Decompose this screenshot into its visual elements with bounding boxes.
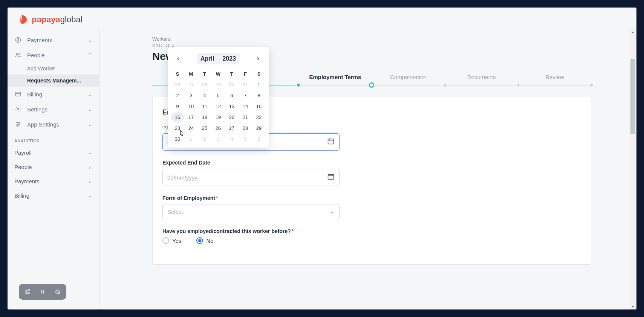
calendar-day[interactable]: 2 [171,90,184,101]
chevron-down-icon: ⌄ [87,91,92,98]
form-employment-select[interactable]: Select ⌄ [162,204,340,219]
step-compensation[interactable]: Compensation [372,74,445,85]
end-date-input-wrap[interactable] [162,169,340,186]
sidebar-subitem-requests-management[interactable]: Requests Managem... [8,75,99,87]
billing-icon [14,90,22,98]
svg-rect-9 [328,174,334,179]
step-review[interactable]: Review [518,74,591,85]
scroll-thumb[interactable] [630,59,635,134]
sidebar-subitem-add-worker[interactable]: Add Worker [8,62,99,75]
sidebar-item-label: Payments [27,37,52,43]
sidebar-item-settings[interactable]: Settings ⌄ [8,102,99,117]
calendar-prev-button[interactable] [173,53,184,64]
calendar-day[interactable]: 29 [252,123,266,134]
calendar-day[interactable]: 15 [252,101,266,112]
svg-rect-8 [328,139,334,144]
calendar-day[interactable]: 25 [198,123,211,134]
end-date-label: Expected End Date [162,160,340,166]
breadcrumb-line1: Workers: [152,36,591,42]
sidebar-analytics-payments[interactable]: Payments ⌄ [8,174,99,188]
calendar-day[interactable]: 8 [252,90,266,101]
calendar-day[interactable]: 29 [211,79,225,90]
target-button[interactable] [52,286,63,297]
scroll-up-icon[interactable]: ▴ [630,29,636,35]
calendar-day[interactable]: 6 [252,134,266,145]
chevron-down-icon: ⌄ [87,178,92,184]
calendar-day[interactable]: 23 [171,123,184,134]
date-picker[interactable]: April 2023 SMTWTFS2627282930311234567891… [168,47,269,148]
step-employment-terms[interactable]: Employment Terms [298,74,372,85]
calendar-day[interactable]: 31 [239,79,252,90]
sidebar-analytics-payroll[interactable]: Payroll ⌄ [8,145,99,160]
end-date-input[interactable] [167,174,327,181]
calendar-day[interactable]: 4 [198,90,211,101]
calendar-day[interactable]: 26 [211,123,225,134]
sidebar-analytics-billing[interactable]: Billing ⌄ [8,188,99,203]
sidebar-item-label: Payments [14,178,40,184]
step-documents[interactable]: Documents [445,74,518,85]
calendar-day[interactable]: 28 [198,79,211,90]
calendar-dow: S [171,69,184,79]
svg-point-7 [17,125,18,126]
calendar-day[interactable]: 4 [225,134,239,145]
calendar-day[interactable]: 30 [171,134,184,145]
calendar-day[interactable]: 26 [171,79,184,90]
sidebar-item-payments[interactable]: Payments ⌄ [8,32,99,47]
pause-button[interactable] [37,286,48,297]
calendar-day[interactable]: 19 [211,112,225,123]
calendar-day[interactable]: 21 [239,112,252,123]
sidebar-analytics-people[interactable]: People ⌄ [8,160,99,174]
scrollbar[interactable]: ▴ ▾ [630,29,636,309]
chevron-up-icon: ⌃ [87,52,92,58]
calendar-next-button[interactable] [253,53,263,64]
chevron-down-icon: ⌄ [87,192,92,199]
chevron-down-icon: ⌄ [87,37,92,43]
calendar-icon[interactable] [327,173,335,182]
calendar-day[interactable]: 10 [184,101,198,112]
brand-text-light: global [60,15,83,24]
sidebar-item-label: People [14,164,32,170]
radio-yes[interactable]: Yes [162,237,181,244]
sidebar-item-billing[interactable]: Billing ⌄ [8,87,99,102]
calendar-day[interactable]: 3 [184,90,198,101]
scroll-down-icon[interactable]: ▾ [630,303,636,309]
calendar-day[interactable]: 5 [239,134,252,145]
calendar-day[interactable]: 16 [171,112,184,123]
calendar-dow: T [198,69,211,79]
prior-employment-label: Have you employed/contracted this worker… [162,228,340,234]
calendar-day[interactable]: 6 [225,90,239,101]
calendar-day[interactable]: 24 [184,123,198,134]
calendar-dow: T [225,69,239,79]
calendar-year[interactable]: 2023 [219,53,240,64]
dollar-icon [14,36,22,44]
radio-no[interactable]: No [196,237,213,244]
calendar-day[interactable]: 1 [252,79,266,90]
calendar-day[interactable]: 13 [225,101,239,112]
calendar-day[interactable]: 30 [225,79,239,90]
svg-point-4 [17,108,19,110]
calendar-day[interactable]: 2 [198,134,211,145]
calendar-day[interactable]: 12 [211,101,225,112]
calendar-day[interactable]: 9 [171,101,184,112]
calendar-icon[interactable] [327,137,335,146]
calendar-day[interactable]: 1 [184,134,198,145]
sidebar-item-people[interactable]: People ⌃ [8,47,99,62]
sliders-icon [14,120,22,128]
calendar-day[interactable]: 18 [198,112,211,123]
calendar-day[interactable]: 3 [211,134,225,145]
calendar-day[interactable]: 20 [225,112,239,123]
calendar-day[interactable]: 27 [184,79,198,90]
calendar-day[interactable]: 7 [239,90,252,101]
sidebar-section-analytics: ANALYTICS [8,132,99,145]
calendar-day[interactable]: 22 [252,112,266,123]
calendar-day[interactable]: 28 [239,123,252,134]
calendar-day[interactable]: 17 [184,112,198,123]
calendar-day[interactable]: 14 [239,101,252,112]
external-link-button[interactable] [22,286,33,297]
sidebar-item-app-settings[interactable]: App Settings ⌄ [8,117,99,132]
calendar-day[interactable]: 27 [225,123,239,134]
calendar-month[interactable]: April [197,53,218,64]
calendar-day[interactable]: 5 [211,90,225,101]
chevron-down-icon: ⌄ [87,149,92,156]
calendar-day[interactable]: 11 [198,101,211,112]
